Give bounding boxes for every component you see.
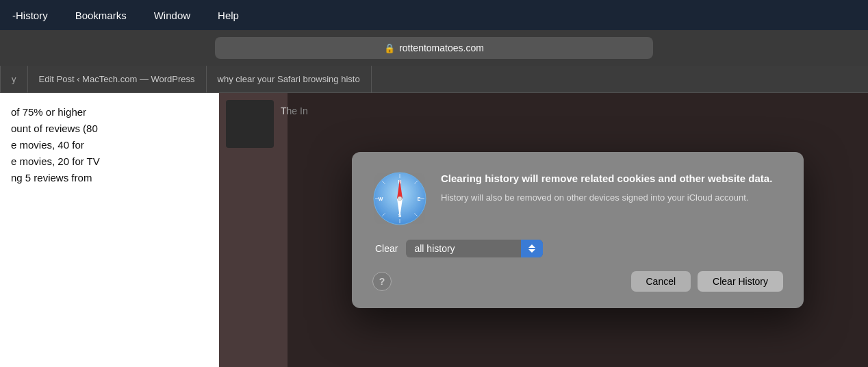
address-bar: 🔒 rottentomatoes.com — [0, 30, 868, 66]
menu-window[interactable]: Window — [149, 7, 196, 24]
content-line-1: ount of reviews (80 — [11, 121, 208, 137]
button-row: ? Cancel Clear History — [372, 271, 783, 292]
content-line-4: ng 5 reviews from — [11, 170, 208, 186]
tab-2[interactable]: why clear your Safari browsing histo — [207, 66, 372, 92]
svg-text:E: E — [418, 197, 421, 201]
url-text: rottentomatoes.com — [399, 42, 484, 53]
modal-overlay: N S E W Clearing history will remove rel… — [288, 93, 868, 367]
svg-point-15 — [398, 197, 402, 201]
url-field[interactable]: 🔒 rottentomatoes.com — [215, 37, 653, 59]
clear-label: Clear — [375, 243, 398, 254]
cancel-button[interactable]: Cancel — [631, 271, 691, 292]
action-buttons: Cancel Clear History — [631, 271, 784, 292]
content-line-2: e movies, 40 for — [11, 137, 208, 153]
menu-history[interactable]: -History — [7, 7, 53, 24]
clear-row: Clear all history today today and yester… — [375, 240, 783, 257]
content-line-0: of 75% or higher — [11, 104, 208, 121]
tab-0[interactable]: y — [0, 66, 28, 92]
menu-bar: -History Bookmarks Window Help — [0, 0, 868, 30]
content-line-3: e movies, 20 for TV — [11, 153, 208, 170]
menu-bookmarks[interactable]: Bookmarks — [70, 7, 132, 24]
help-button[interactable]: ? — [372, 272, 392, 291]
modal-title: Clearing history will remove related coo… — [441, 171, 772, 186]
history-period-select[interactable]: all history today today and yesterday th… — [406, 240, 543, 257]
modal-header: N S E W Clearing history will remove rel… — [372, 171, 783, 226]
tab-bar: y Edit Post ‹ MacTech.com — WordPress wh… — [0, 66, 868, 93]
lock-icon: 🔒 — [384, 43, 395, 53]
left-panel: of 75% or higher ount of reviews (80 e m… — [0, 93, 219, 367]
modal-text-block: Clearing history will remove related coo… — [441, 171, 772, 205]
clear-history-dialog: N S E W Clearing history will remove rel… — [352, 152, 804, 308]
thumbnail — [226, 100, 274, 148]
clear-history-button[interactable]: Clear History — [698, 271, 783, 292]
menu-help[interactable]: Help — [212, 7, 244, 24]
tab-1[interactable]: Edit Post ‹ MacTech.com — WordPress — [28, 66, 207, 92]
svg-text:W: W — [379, 197, 383, 201]
modal-description: History will also be removed on other de… — [441, 191, 772, 205]
safari-icon: N S E W — [372, 171, 427, 226]
history-select-wrapper[interactable]: all history today today and yesterday th… — [406, 240, 543, 257]
